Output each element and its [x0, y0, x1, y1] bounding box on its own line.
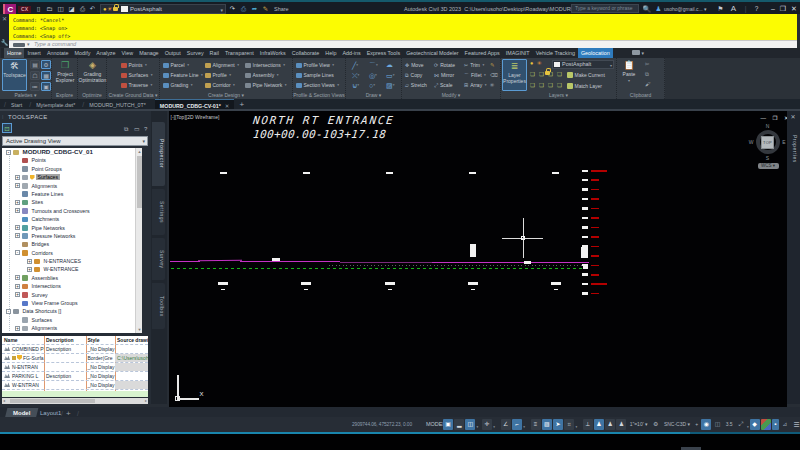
publish-icon[interactable]: ➦ [250, 5, 259, 13]
layer-tool-1[interactable]: ❏ [530, 71, 535, 78]
status-toggle[interactable]: ⌗ [564, 419, 574, 430]
make-current-button[interactable]: Make Current [567, 72, 607, 79]
search-icon[interactable]: 🔍 [642, 5, 651, 13]
scroll-left-icon[interactable]: ◂ [3, 398, 5, 403]
expand-icon[interactable]: + [15, 183, 20, 188]
status-toggle[interactable]: ▂ [454, 419, 464, 430]
wrench-icon[interactable]: 🔧 [1, 39, 9, 46]
ribbon-tab[interactable]: Output [162, 48, 184, 58]
palette-icon-6[interactable]: ▣ [41, 82, 51, 91]
tree-item[interactable]: +N-ENTRANCES [2, 257, 142, 265]
ribbon-item[interactable]: ✥Move [405, 62, 429, 69]
table-cell[interactable] [44, 381, 85, 389]
panel-title[interactable]: Profile & Section Views [293, 92, 345, 98]
revcloud-icon[interactable]: ☁ [386, 61, 393, 69]
expand-icon[interactable]: + [15, 326, 20, 331]
table-row[interactable]: COMBINED PIDescription_No Display [2, 345, 148, 354]
ribbon-tab[interactable]: Express Tools [364, 48, 403, 58]
tree-item[interactable]: Catchments [2, 215, 142, 223]
ribbon-tab[interactable]: Survey [184, 48, 207, 58]
close-icon[interactable]: ✕ [2, 15, 7, 22]
table-row[interactable]: FG-SurfaBorder(GreC:\Users\usoho\De [2, 354, 148, 363]
expand-icon[interactable]: + [27, 259, 32, 264]
layer-tool-6[interactable]: ❏ [539, 82, 544, 89]
pen-icon[interactable]: ✎ [261, 5, 270, 13]
toolspace-tab[interactable]: Prospector [152, 122, 165, 186]
status-toggle[interactable]: ◆ [750, 419, 760, 430]
ribbon-item[interactable]: Parcel [163, 62, 203, 69]
layer-dropdown[interactable]: PostAsphalt ▾ [552, 60, 614, 69]
ribbon-tab[interactable]: Analyze [93, 48, 118, 58]
palette-icon-4[interactable]: ▦ [41, 71, 51, 80]
viewcube-west[interactable]: W [747, 139, 755, 145]
panel-title[interactable]: Clipboard [617, 92, 664, 98]
viewcube-top-face[interactable]: TOP [761, 136, 774, 149]
table-row[interactable]: N-ENTRAN_No Display [2, 363, 148, 372]
table-cell[interactable]: Border(Gre [86, 354, 115, 362]
ribbon-tab[interactable]: Home [4, 48, 24, 58]
panorama-icon[interactable]: ▭ [134, 125, 140, 133]
ribbon-tab[interactable]: Collaborate [289, 48, 323, 58]
ribbon-item[interactable]: ⊞Array [464, 82, 486, 89]
panel-title[interactable]: Layers ▾ [501, 92, 616, 98]
expand-icon[interactable]: + [15, 284, 20, 289]
polyline-icon[interactable]: ⊌▾ [352, 81, 359, 90]
table-horizontal-scrollbar[interactable]: ◂ ▸ [2, 398, 148, 405]
status-toggle[interactable]: ☰ [791, 419, 800, 430]
ribbon-tab[interactable]: Vehicle Tracking [533, 48, 578, 58]
status-toggle[interactable]: ▤ [761, 419, 771, 430]
tree-item[interactable]: +W-ENTRANCE [2, 265, 142, 273]
layer-thaw-icon[interactable]: ☀ [537, 60, 542, 67]
table-header[interactable]: Name [2, 336, 44, 344]
ribbon-item[interactable]: Grading [163, 82, 203, 89]
tree-item[interactable]: Feature Lines [2, 190, 142, 198]
help-icon[interactable]: ? [752, 5, 761, 13]
scroll-right-icon[interactable]: ▸ [145, 398, 147, 403]
command-palette-bar[interactable]: ✕ 🔧 [0, 14, 9, 47]
tree-item[interactable]: +Turnouts and Crossovers [2, 207, 142, 215]
drawing-area[interactable]: [-][Top][2D Wireframe] — ❐ ✕ NORTH RT EN… [169, 111, 787, 407]
viewcube-north[interactable]: N [764, 123, 772, 129]
tree-item[interactable]: -Data Shortcuts [] [2, 307, 142, 315]
ribbon-item[interactable]: Intersections [245, 62, 287, 69]
tree-item[interactable]: Points [2, 156, 142, 164]
status-toggle[interactable]: ➤ [553, 419, 563, 430]
close-icon[interactable]: ✕ [791, 113, 796, 120]
ribbon-tab[interactable]: Geotechnical Modeler [403, 48, 461, 58]
ribbon-item[interactable]: Sample Lines [296, 72, 339, 79]
expand-icon[interactable]: + [27, 267, 32, 272]
explode-icon[interactable]: ✳ [490, 82, 495, 89]
undo-icon[interactable]: ↶ [88, 5, 97, 13]
hatch-icon[interactable]: ▨▾ [386, 81, 394, 90]
ribbon-tab[interactable]: Manage [136, 48, 161, 58]
table-cell[interactable]: N-ENTRAN [2, 363, 44, 371]
new-file-icon[interactable]: ▯ [34, 5, 43, 13]
panel-title[interactable]: Optimize [78, 92, 106, 98]
panel-title[interactable]: Modify ▾ [402, 92, 500, 98]
properties-palette-strip[interactable]: ✕ Properties [787, 111, 800, 404]
scroll-up-icon[interactable]: ▲ [136, 149, 142, 154]
panel-title[interactable]: Explore [52, 92, 77, 98]
expand-icon[interactable]: - [6, 150, 11, 155]
ribbon-item[interactable]: ✂Trim [464, 62, 486, 69]
minimize-button[interactable]: – [768, 4, 778, 14]
table-row[interactable]: PARKING LDescription_No Display [2, 372, 148, 381]
table-cell[interactable] [115, 372, 148, 380]
status-toggle[interactable]: ∠ [501, 419, 511, 430]
palette-icon-3[interactable]: ☖ [30, 71, 40, 80]
status-toggle[interactable]: ▣ [443, 419, 453, 430]
eraser-icon[interactable]: ⌫ [490, 72, 498, 79]
layer-tool-5[interactable]: ❏ [530, 82, 535, 89]
table-cell[interactable]: C:\Users\usoho\De [115, 354, 148, 362]
status-toggle[interactable]: 3.5 [724, 419, 735, 430]
table-cell[interactable]: _No Display [86, 363, 115, 371]
ribbon-item[interactable]: Pipe Network [245, 82, 287, 89]
status-toggle[interactable]: ▨ [542, 419, 552, 430]
status-toggle[interactable]: ⤢ [736, 419, 746, 430]
ribbon-item[interactable]: ⋈Mirror [434, 72, 457, 79]
table-header[interactable]: Source drawing [115, 336, 148, 344]
viewcube[interactable]: N S W E TOP [751, 125, 785, 159]
layer-tool-2[interactable]: ❏ [539, 71, 544, 78]
tree-item[interactable]: +Intersections [2, 282, 142, 290]
ribbon-tab[interactable]: Annotate [44, 48, 72, 58]
